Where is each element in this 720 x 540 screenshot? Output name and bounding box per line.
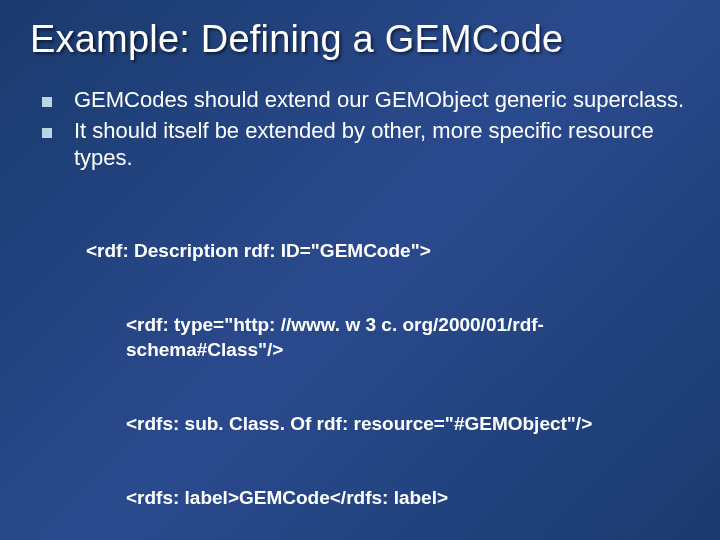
list-item: It should itself be extended by other, m… (42, 118, 690, 172)
list-item: GEMCodes should extend our GEMObject gen… (42, 87, 690, 114)
bullet-text: It should itself be extended by other, m… (74, 118, 690, 172)
code-line: <rdfs: sub. Class. Of rdf: resource="#GE… (86, 412, 680, 437)
code-block: <rdf: Description rdf: ID="GEMCode"> <rd… (86, 189, 680, 540)
slide-title: Example: Defining a GEMCode (30, 18, 690, 61)
bullet-list: GEMCodes should extend our GEMObject gen… (42, 87, 690, 171)
bullet-icon (42, 97, 52, 107)
bullet-icon (42, 128, 52, 138)
bullet-text: GEMCodes should extend our GEMObject gen… (74, 87, 690, 114)
code-line: <rdf: type="http: //www. w 3 c. org/2000… (86, 313, 680, 362)
slide: Example: Defining a GEMCode GEMCodes sho… (0, 0, 720, 540)
code-line: <rdfs: label>GEMCode</rdfs: label> (86, 486, 680, 511)
code-line: <rdf: Description rdf: ID="GEMCode"> (86, 239, 680, 264)
